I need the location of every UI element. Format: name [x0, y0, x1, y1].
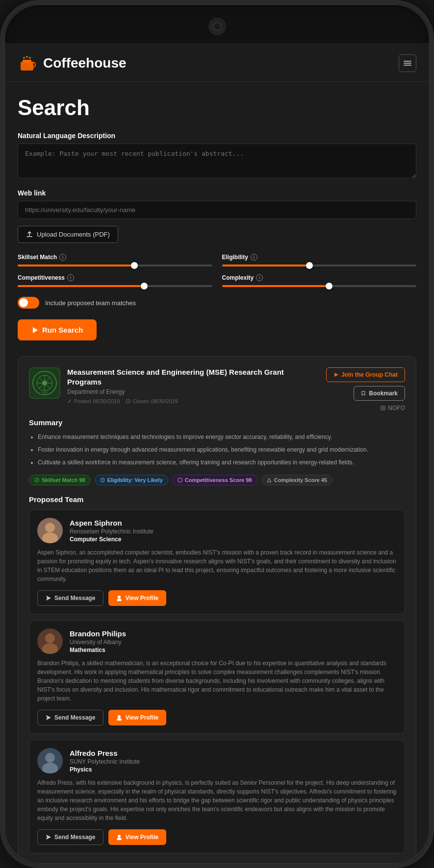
view-profile-label-2: View Profile: [125, 834, 158, 841]
member-institution-1: University of Albany: [70, 639, 126, 646]
grant-title: Measurement Science and Engineering (MSE…: [67, 367, 319, 386]
competitiveness-badge-icon: [178, 478, 182, 482]
member-actions-0: Send Message View Profile: [37, 590, 397, 606]
member-institution-2: SUNY Polytechnic Institute: [70, 758, 140, 765]
grant-department: Department of Energy: [67, 388, 319, 395]
slider-eligibility-label: Eligibility i: [222, 254, 417, 261]
bookmark-label: Bookmark: [369, 390, 398, 397]
view-profile-label-0: View Profile: [125, 595, 158, 602]
natural-language-input[interactable]: [18, 144, 416, 178]
svg-point-3: [23, 57, 25, 59]
team-matches-toggle[interactable]: [18, 297, 39, 309]
svg-point-32: [118, 835, 121, 838]
eligibility-badge-icon: [100, 478, 105, 482]
natural-language-label: Natural Language Description: [18, 132, 416, 140]
svg-rect-13: [381, 406, 385, 410]
member-bio-0: Aspen Siphron, an accomplished computer …: [37, 548, 397, 583]
phone-frame: Coffeehouse Search Natural Language Desc…: [0, 0, 434, 868]
member-bio-2: Alfredo Press, with his extensive backgr…: [37, 778, 397, 822]
menu-button[interactable]: [399, 54, 416, 72]
summary-item-1: Enhance measurement techniques and techn…: [38, 433, 405, 441]
bookmark-button[interactable]: Bookmark: [354, 386, 405, 401]
main-content: Search Natural Language Description Web …: [4, 82, 430, 864]
view-profile-button-1[interactable]: View Profile: [108, 710, 166, 725]
profile-icon-0: [116, 595, 122, 601]
eligibility-track[interactable]: [222, 265, 417, 266]
nofo-label: NOFO: [388, 405, 405, 411]
member-info-2: Alfredo Press SUNY Polytechnic Institute…: [70, 749, 140, 773]
member-avatar-2: [37, 748, 63, 773]
summary-item-2: Foster innovation in energy through adva…: [38, 445, 405, 454]
view-profile-label-1: View Profile: [125, 714, 158, 721]
svg-rect-18: [178, 478, 182, 482]
web-link-input[interactable]: [18, 201, 416, 219]
proposed-team-section: Proposed Team Aspen Siphron: [29, 495, 405, 853]
complexity-info-icon[interactable]: i: [256, 274, 263, 281]
send-message-button-1[interactable]: Send Message: [37, 710, 103, 725]
member-department-2: Physics: [70, 766, 140, 773]
member-header-0: Aspen Siphron Rensselaer Polytechnic Ins…: [37, 518, 397, 543]
join-chat-button[interactable]: Join the Group Chat: [326, 367, 405, 382]
view-profile-button-2[interactable]: View Profile: [108, 829, 166, 845]
app-header: Coffeehouse: [4, 43, 430, 82]
member-bio-1: Brandon Philips, a skilled mathematician…: [37, 659, 397, 703]
member-department-0: Computer Science: [70, 536, 153, 543]
badge-eligibility: Eligibility: Very Likely: [95, 475, 168, 485]
toggle-knob: [19, 298, 28, 307]
dept-energy-logo: DOE: [32, 370, 57, 396]
upload-button[interactable]: Upload Documents (PDF): [18, 226, 118, 243]
send-message-button-0[interactable]: Send Message: [37, 590, 103, 606]
upload-icon: [26, 231, 33, 238]
upload-button-label: Upload Documents (PDF): [37, 231, 110, 238]
profile-icon-2: [116, 834, 122, 840]
member-info-1: Brandon Philips University of Albany Mat…: [70, 629, 126, 653]
score-badges: Skillset Match 98 Eligibility: Very Like…: [29, 475, 405, 485]
app-logo-icon: [18, 53, 38, 73]
member-avatar-1: [37, 628, 63, 654]
member-avatar-img-2: [37, 748, 63, 773]
svg-marker-6: [33, 327, 38, 333]
nofo-icon: [381, 406, 385, 410]
slider-skillset-label: Skillset Match i: [18, 254, 212, 261]
join-chat-label: Join the Group Chat: [341, 371, 398, 378]
send-message-label-2: Send Message: [54, 834, 95, 841]
member-actions-2: Send Message View Profile: [37, 829, 397, 845]
view-profile-button-0[interactable]: View Profile: [108, 590, 166, 606]
competitiveness-track[interactable]: [18, 285, 212, 287]
svg-point-5: [29, 57, 31, 59]
app-name: Coffeehouse: [43, 55, 127, 71]
send-icon-2: [46, 834, 51, 840]
member-institution-0: Rensselaer Polytechnic Institute: [70, 528, 153, 535]
member-name-1: Brandon Philips: [70, 629, 126, 638]
svg-rect-1: [23, 60, 31, 63]
badge-skillset: Skillset Match 98: [29, 475, 91, 485]
svg-point-28: [117, 718, 122, 721]
skillset-track[interactable]: [18, 265, 212, 266]
slider-competitiveness: Competitiveness i: [18, 274, 212, 287]
grant-actions: Join the Group Chat Bookmark NOFO: [326, 367, 405, 411]
svg-marker-26: [46, 715, 51, 720]
eligibility-info-icon[interactable]: i: [251, 254, 257, 261]
svg-marker-31: [46, 835, 51, 840]
nofo-button[interactable]: NOFO: [381, 405, 405, 411]
toggle-label: Include proposed team matches: [45, 299, 136, 307]
svg-point-9: [42, 381, 47, 386]
send-icon-1: [46, 715, 51, 721]
slider-complexity-label: Complexity i: [222, 274, 417, 281]
competitiveness-info-icon[interactable]: i: [67, 274, 74, 281]
grant-info: Measurement Science and Engineering (MSE…: [67, 367, 319, 411]
member-avatar-img-1: [37, 628, 63, 654]
grant-header-row: DOE Measurement Science and Engineering …: [29, 367, 405, 411]
summary-title: Summary: [29, 418, 405, 427]
run-search-button[interactable]: Run Search: [18, 319, 97, 340]
complexity-track[interactable]: [222, 285, 417, 287]
grant-closes: Closes 08/30/2019: [126, 398, 178, 404]
send-message-button-2[interactable]: Send Message: [37, 829, 103, 845]
slider-eligibility: Eligibility i: [222, 254, 417, 266]
member-name-2: Alfredo Press: [70, 749, 140, 757]
svg-marker-12: [334, 373, 338, 377]
slider-complexity: Complexity i: [222, 274, 417, 287]
grant-logo: DOE: [29, 367, 60, 399]
skillset-info-icon[interactable]: i: [59, 254, 66, 261]
chat-icon: [333, 372, 338, 377]
